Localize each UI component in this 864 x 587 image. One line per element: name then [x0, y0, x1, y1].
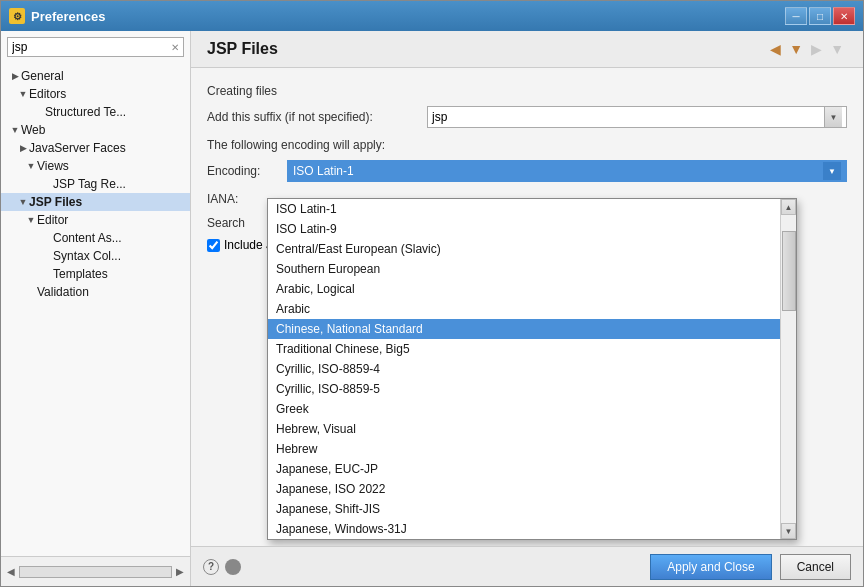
- tree-item-syntax-col[interactable]: Syntax Col...: [1, 247, 190, 265]
- encoding-text-label: The following encoding will apply:: [207, 138, 847, 152]
- tree-arrow-editors: ▼: [17, 89, 29, 99]
- tree-label-editors: Editors: [29, 87, 66, 101]
- tree-item-templates[interactable]: Templates: [1, 265, 190, 283]
- encoding-dropdown[interactable]: ISO Latin-1 ISO Latin-9 Central/East Eur…: [267, 198, 797, 540]
- window-icon: ⚙: [9, 8, 25, 24]
- tree-item-editors[interactable]: ▼ Editors: [1, 85, 190, 103]
- right-header: JSP Files ◀ ▼ ▶ ▼: [191, 31, 863, 68]
- suffix-combo-arrow-icon: ▼: [824, 107, 842, 127]
- dropdown-item-iso-latin-9[interactable]: ISO Latin-9: [268, 219, 780, 239]
- tree-item-content-as[interactable]: Content As...: [1, 229, 190, 247]
- tree-arrow-jsf: ▶: [17, 143, 29, 153]
- tree-arrow-jsp-files: ▼: [17, 197, 29, 207]
- dropdown-item-traditional-chinese[interactable]: Traditional Chinese, Big5: [268, 339, 780, 359]
- tree-label-content-as: Content As...: [53, 231, 122, 245]
- navigation-arrows: ◀ ▼ ▶ ▼: [767, 39, 847, 59]
- dropdown-item-japanese-euc[interactable]: Japanese, EUC-JP: [268, 459, 780, 479]
- tree-item-web[interactable]: ▼ Web: [1, 121, 190, 139]
- scrollbar-up-button[interactable]: ▲: [781, 199, 796, 215]
- tree-item-general[interactable]: ▶ General: [1, 67, 190, 85]
- dropdown-scrollbar[interactable]: ▲ ▼: [780, 199, 796, 539]
- tree-label-jsf: JavaServer Faces: [29, 141, 126, 155]
- right-panel: JSP Files ◀ ▼ ▶ ▼ Creating files Add thi…: [191, 31, 863, 586]
- window-controls: ─ □ ✕: [785, 7, 855, 25]
- tree-label-structured-text: Structured Te...: [45, 105, 126, 119]
- window-title: Preferences: [31, 9, 785, 24]
- tree-label-general: General: [21, 69, 64, 83]
- dropdown-item-japanese-iso[interactable]: Japanese, ISO 2022: [268, 479, 780, 499]
- dropdown-item-cyrillic-5[interactable]: Cyrillic, ISO-8859-5: [268, 379, 780, 399]
- apply-close-button[interactable]: Apply and Close: [650, 554, 771, 580]
- title-bar: ⚙ Preferences ─ □ ✕: [1, 1, 863, 31]
- content-area: ✕ ▶ General ▼ Editors: [1, 31, 863, 586]
- tree-label-views: Views: [37, 159, 69, 173]
- dropdown-item-arabic[interactable]: Arabic: [268, 299, 780, 319]
- dropdown-item-chinese-national[interactable]: Chinese, National Standard: [268, 319, 780, 339]
- tree-arrow-web: ▼: [9, 125, 21, 135]
- horizontal-scrollbar[interactable]: [19, 566, 172, 578]
- tree-item-structured-text[interactable]: Structured Te...: [1, 103, 190, 121]
- dropdown-item-central-east[interactable]: Central/East European (Slavic): [268, 239, 780, 259]
- nav-dropdown-button[interactable]: ▼: [786, 39, 806, 59]
- tree-label-templates: Templates: [53, 267, 108, 281]
- dropdown-item-hebrew-visual[interactable]: Hebrew, Visual: [268, 419, 780, 439]
- nav-dropdown2-button[interactable]: ▼: [827, 39, 847, 59]
- dropdown-item-greek[interactable]: Greek: [268, 399, 780, 419]
- tree-item-javaserver-faces[interactable]: ▶ JavaServer Faces: [1, 139, 190, 157]
- left-panel: ✕ ▶ General ▼ Editors: [1, 31, 191, 586]
- suffix-label: Add this suffix (if not specified):: [207, 110, 427, 124]
- tree-view: ▶ General ▼ Editors: [1, 63, 190, 556]
- dropdown-item-arabic-logical[interactable]: Arabic, Logical: [268, 279, 780, 299]
- dropdown-item-southern-european[interactable]: Southern European: [268, 259, 780, 279]
- dropdown-item-japanese-windows[interactable]: Japanese, Windows-31J: [268, 519, 780, 539]
- filter-input[interactable]: [12, 40, 171, 54]
- right-content: Creating files Add this suffix (if not s…: [191, 68, 863, 546]
- scrollbar-down-button[interactable]: ▼: [781, 523, 796, 539]
- encoding-row: Encoding: ISO Latin-1 ▼: [207, 160, 847, 182]
- encoding-combo-arrow-icon: ▼: [823, 162, 841, 180]
- nav-back-button[interactable]: ◀: [767, 39, 784, 59]
- tree-label-jsp-tag-reg: JSP Tag Re...: [53, 177, 126, 191]
- tree-label-syntax-col: Syntax Col...: [53, 249, 121, 263]
- search-box[interactable]: ✕: [7, 37, 184, 57]
- preferences-window: ⚙ Preferences ─ □ ✕ ✕ ▶ General: [0, 0, 864, 587]
- encoding-label: Encoding:: [207, 164, 287, 178]
- dropdown-item-cyrillic-4[interactable]: Cyrillic, ISO-8859-4: [268, 359, 780, 379]
- tree-item-editor[interactable]: ▼ Editor: [1, 211, 190, 229]
- help-icon[interactable]: ?: [203, 559, 219, 575]
- scrollbar-thumb[interactable]: [782, 231, 796, 311]
- dropdown-item-japanese-shift[interactable]: Japanese, Shift-JIS: [268, 499, 780, 519]
- scroll-left-icon[interactable]: ◀: [7, 566, 15, 577]
- tree-item-jsp-files[interactable]: ▼ JSP Files: [1, 193, 190, 211]
- tree-item-jsp-tag-reg[interactable]: JSP Tag Re...: [1, 175, 190, 193]
- tree-label-validation: Validation: [37, 285, 89, 299]
- clear-search-icon[interactable]: ✕: [171, 42, 179, 53]
- include-checkbox[interactable]: [207, 239, 220, 252]
- help-icon-area: ?: [203, 559, 241, 575]
- search-section-label: Search: [207, 216, 245, 230]
- close-button[interactable]: ✕: [833, 7, 855, 25]
- dropdown-list: ISO Latin-1 ISO Latin-9 Central/East Eur…: [268, 199, 796, 539]
- preferences-icon[interactable]: [225, 559, 241, 575]
- tree-label-editor: Editor: [37, 213, 68, 227]
- suffix-combo-text: jsp: [432, 110, 824, 124]
- creating-files-label: Creating files: [207, 84, 847, 98]
- maximize-button[interactable]: □: [809, 7, 831, 25]
- minimize-button[interactable]: ─: [785, 7, 807, 25]
- tree-label-jsp-files: JSP Files: [29, 195, 82, 209]
- suffix-input-wrapper: jsp ▼: [427, 106, 847, 128]
- encoding-combo[interactable]: ISO Latin-1 ▼: [287, 160, 847, 182]
- tree-arrow-editor: ▼: [25, 215, 37, 225]
- dropdown-item-hebrew[interactable]: Hebrew: [268, 439, 780, 459]
- suffix-combo[interactable]: jsp ▼: [427, 106, 847, 128]
- left-panel-scrollbar-area: ◀ ▶: [1, 556, 190, 586]
- cancel-button[interactable]: Cancel: [780, 554, 851, 580]
- dropdown-item-iso-latin-1[interactable]: ISO Latin-1: [268, 199, 780, 219]
- suffix-row: Add this suffix (if not specified): jsp …: [207, 106, 847, 128]
- page-title: JSP Files: [207, 40, 278, 58]
- tree-arrow-general: ▶: [9, 71, 21, 81]
- scroll-right-icon[interactable]: ▶: [176, 566, 184, 577]
- tree-item-validation[interactable]: Validation: [1, 283, 190, 301]
- tree-item-views[interactable]: ▼ Views: [1, 157, 190, 175]
- nav-forward-button[interactable]: ▶: [808, 39, 825, 59]
